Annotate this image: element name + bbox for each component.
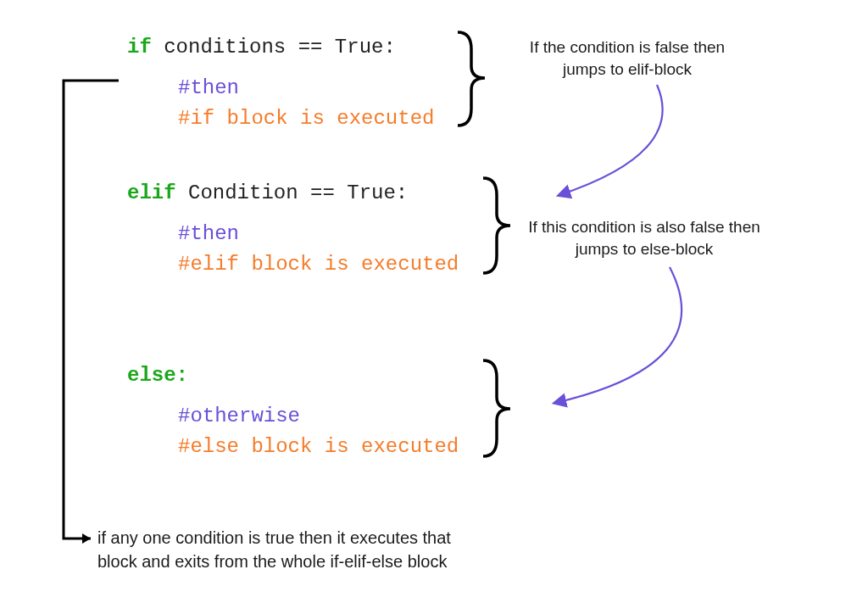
else-comment-otherwise: #otherwise: [178, 401, 459, 432]
elif-comment-body: #elif block is executed: [178, 249, 459, 280]
if-false-annotation: If the condition is false then jumps to …: [504, 36, 750, 80]
if-comment-body: #if block is executed: [178, 103, 434, 134]
if-comment-then: #then: [178, 73, 434, 103]
arrow-if-to-elif-icon: [559, 85, 663, 195]
elif-block: elif Condition == True: #then #elif bloc…: [127, 178, 459, 280]
left-bracket-icon: [64, 81, 119, 544]
else-comment-body: #else block is executed: [178, 432, 459, 462]
elif-false-annotation: If this condition is also false then jum…: [500, 216, 788, 260]
else-brace-icon: [483, 360, 510, 456]
elif-keyword: elif: [127, 181, 176, 204]
if-block: if conditions == True: #then #if block i…: [127, 32, 434, 134]
else-line: else:: [127, 360, 459, 391]
elif-comment-then: #then: [178, 219, 459, 249]
if-condition: conditions == True:: [152, 36, 396, 59]
arrow-elif-to-else-icon: [555, 267, 682, 403]
elif-line: elif Condition == True:: [127, 178, 459, 209]
elif-condition: Condition == True:: [176, 181, 409, 204]
if-keyword: if: [127, 36, 152, 59]
if-brace-icon: [458, 32, 485, 126]
bottom-annotation: if any one condition is true then it exe…: [97, 526, 572, 573]
else-block: else: #otherwise #else block is executed: [127, 360, 459, 462]
if-line: if conditions == True:: [127, 32, 434, 63]
else-keyword: else:: [127, 364, 188, 387]
